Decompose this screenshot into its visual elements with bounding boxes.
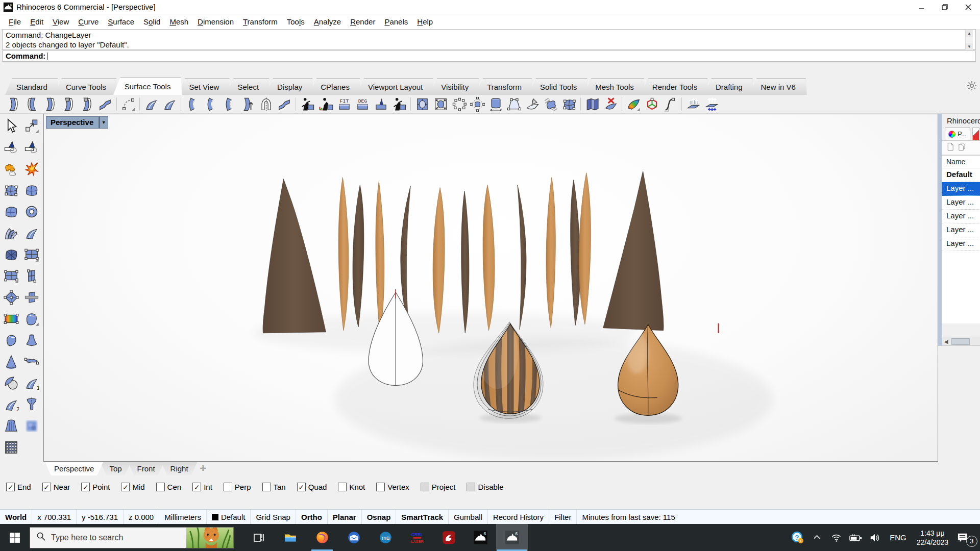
panel-hscrollbar[interactable]: ◀ bbox=[942, 337, 980, 345]
menu-dimension[interactable]: Dimension bbox=[193, 15, 238, 28]
restore-button[interactable] bbox=[933, 0, 957, 14]
rail-revolve-icon[interactable] bbox=[2, 354, 20, 370]
menu-tools[interactable]: Tools bbox=[282, 15, 309, 28]
insert-knot-icon[interactable] bbox=[372, 96, 390, 112]
notification-center[interactable]: 3 bbox=[953, 529, 980, 547]
tab-set-view[interactable]: Set View bbox=[178, 78, 230, 95]
heightfield-icon[interactable] bbox=[2, 439, 20, 456]
viewport-tab-perspective[interactable]: Perspective bbox=[45, 462, 103, 475]
fillet-surface-icon[interactable] bbox=[4, 96, 22, 112]
viewport-tab-top[interactable]: Top bbox=[100, 462, 131, 475]
status-minutes-from-last-save-115[interactable]: Minutes from last save: 115 bbox=[577, 510, 980, 524]
flip-direction-icon[interactable] bbox=[220, 96, 238, 112]
select-cursor-icon[interactable] bbox=[2, 118, 20, 134]
handlebar-editor-icon[interactable] bbox=[560, 96, 578, 112]
taskbar-app-dragon-app[interactable] bbox=[433, 524, 464, 551]
blend-preview-icon[interactable] bbox=[22, 418, 41, 434]
menu-analyze[interactable]: Analyze bbox=[309, 15, 346, 28]
layer-row[interactable]: Layer ... bbox=[942, 223, 980, 237]
checkbox-project[interactable] bbox=[421, 483, 429, 491]
extrude-straight-icon[interactable] bbox=[684, 96, 702, 112]
checkbox-perp[interactable] bbox=[224, 483, 232, 491]
taskbar-app-task-view[interactable] bbox=[243, 524, 275, 551]
tab-cplanes[interactable]: CPlanes bbox=[309, 78, 361, 95]
status-gumball[interactable]: Gumball bbox=[449, 510, 488, 524]
torus-icon[interactable] bbox=[22, 204, 41, 220]
tab-standard[interactable]: Standard bbox=[5, 78, 59, 95]
tab-visibility[interactable]: Visibility bbox=[430, 78, 480, 95]
rebuild-uv-icon[interactable] bbox=[468, 96, 486, 112]
viewport-title[interactable]: Perspective bbox=[46, 116, 99, 129]
tab-display[interactable]: Display bbox=[266, 78, 313, 95]
cplane-icon[interactable] bbox=[2, 139, 20, 156]
orient-cplane-icon[interactable] bbox=[316, 96, 335, 112]
sphere-surface-icon[interactable] bbox=[2, 375, 20, 391]
plane-corners-icon[interactable] bbox=[22, 246, 41, 263]
split-surface-icon[interactable] bbox=[59, 96, 78, 112]
drape-icon[interactable] bbox=[2, 418, 20, 434]
menu-mesh[interactable]: Mesh bbox=[165, 15, 193, 28]
scroll-down-icon[interactable]: ▼ bbox=[966, 43, 973, 50]
rebuild-surface-icon[interactable] bbox=[486, 96, 505, 112]
checkbox-knot[interactable] bbox=[338, 483, 347, 491]
tab-render-tools[interactable]: Render Tools bbox=[641, 78, 708, 95]
checkbox-disable[interactable] bbox=[467, 483, 475, 491]
status-record-history[interactable]: Record History bbox=[488, 510, 549, 524]
scrollbar-thumb[interactable] bbox=[951, 338, 970, 345]
tween-funnel-icon[interactable] bbox=[22, 396, 41, 413]
control-point-ring-icon[interactable] bbox=[450, 96, 468, 112]
viewport-canvas[interactable] bbox=[44, 114, 938, 461]
osnap-mid[interactable]: ✓Mid bbox=[121, 483, 144, 491]
polysurface-book-icon[interactable] bbox=[583, 96, 601, 112]
curved-surface-icon[interactable] bbox=[22, 225, 41, 241]
viewport-tab-front[interactable]: Front bbox=[128, 462, 164, 475]
close-button[interactable] bbox=[957, 0, 980, 14]
checkbox-cen[interactable] bbox=[156, 483, 165, 491]
osnap-disable[interactable]: Disable bbox=[467, 483, 503, 491]
wifi-icon[interactable] bbox=[826, 524, 846, 551]
surface-corner-icon[interactable] bbox=[22, 182, 41, 198]
osnap-end[interactable]: ✓End bbox=[6, 483, 31, 491]
scale-object-icon[interactable] bbox=[22, 118, 41, 134]
viewport-perspective[interactable]: Perspective ▼ bbox=[43, 114, 938, 462]
revolve-icon[interactable] bbox=[22, 332, 41, 348]
tab-solid-tools[interactable]: Solid Tools bbox=[529, 78, 588, 95]
tab-curve-tools[interactable]: Curve Tools bbox=[55, 78, 117, 95]
viewport-menu-dropdown[interactable]: ▼ bbox=[99, 116, 108, 129]
battery-icon[interactable] bbox=[846, 524, 865, 551]
connect-surfaces-icon[interactable] bbox=[96, 96, 114, 112]
menu-help[interactable]: Help bbox=[412, 15, 437, 28]
osnap-tan[interactable]: Tan bbox=[262, 483, 286, 491]
shrink-trimmed-surface-icon[interactable] bbox=[431, 96, 450, 112]
detach-trim-icon[interactable] bbox=[601, 96, 620, 112]
sweep-2-rail-icon[interactable]: 2 bbox=[2, 396, 20, 413]
status-smarttrack[interactable]: SmartTrack bbox=[396, 510, 449, 524]
curvature-analysis-icon[interactable] bbox=[624, 96, 643, 112]
tab-display[interactable] bbox=[972, 127, 979, 140]
adjustable-blend-icon[interactable] bbox=[119, 96, 137, 112]
plugins-icon[interactable] bbox=[2, 161, 20, 177]
checkbox-point[interactable]: ✓ bbox=[81, 483, 90, 491]
match-parameterization-icon[interactable] bbox=[542, 96, 560, 112]
tab-drafting[interactable]: Drafting bbox=[704, 78, 754, 95]
deformable-plane-icon[interactable] bbox=[2, 289, 20, 306]
sweep-1-rail-icon[interactable]: 1 bbox=[22, 375, 41, 391]
network-surface-icon[interactable] bbox=[2, 246, 20, 263]
status-osnap[interactable]: Osnap bbox=[362, 510, 397, 524]
menu-transform[interactable]: Transform bbox=[238, 15, 282, 28]
checkbox-end[interactable]: ✓ bbox=[6, 483, 15, 491]
status-z-0-000[interactable]: z 0.000 bbox=[124, 510, 159, 524]
menu-view[interactable]: View bbox=[48, 15, 74, 28]
osnap-perp[interactable]: Perp bbox=[224, 483, 251, 491]
adjust-end-bulge-icon[interactable] bbox=[661, 96, 679, 112]
osnap-cen[interactable]: Cen bbox=[156, 483, 182, 491]
extrude-curve-icon[interactable] bbox=[22, 311, 41, 327]
osnap-quad[interactable]: ✓Quad bbox=[297, 483, 327, 491]
osnap-point[interactable]: ✓Point bbox=[81, 483, 110, 491]
menu-panels[interactable]: Panels bbox=[380, 15, 412, 28]
layer-name-header[interactable]: Name bbox=[942, 156, 980, 168]
menu-curve[interactable]: Curve bbox=[74, 15, 103, 28]
status-millimeters[interactable]: Millimeters bbox=[159, 510, 207, 524]
checkbox-int[interactable]: ✓ bbox=[192, 483, 201, 491]
command-input[interactable]: Command: ▲ ▼ bbox=[2, 51, 976, 62]
